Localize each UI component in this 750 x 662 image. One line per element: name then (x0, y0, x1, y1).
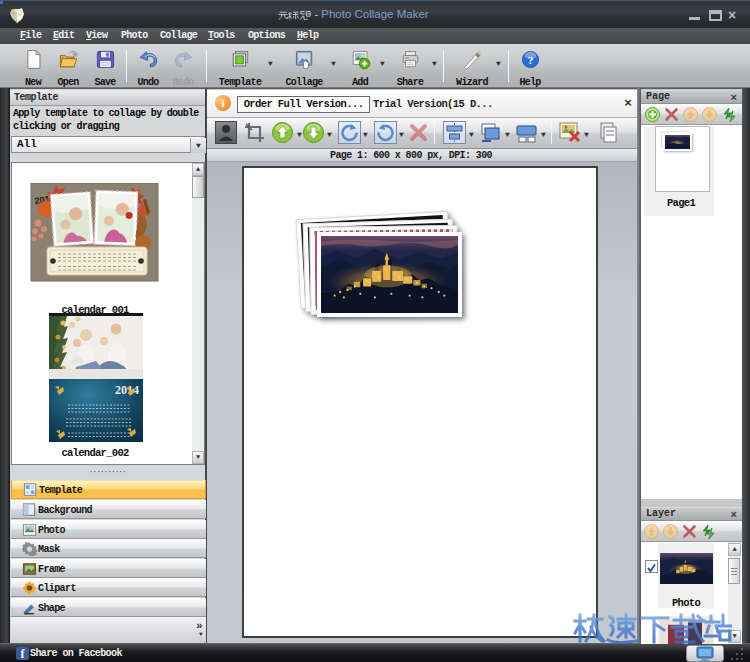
svg-text:2014: 2014 (115, 383, 139, 397)
svg-text:?: ? (527, 54, 533, 66)
